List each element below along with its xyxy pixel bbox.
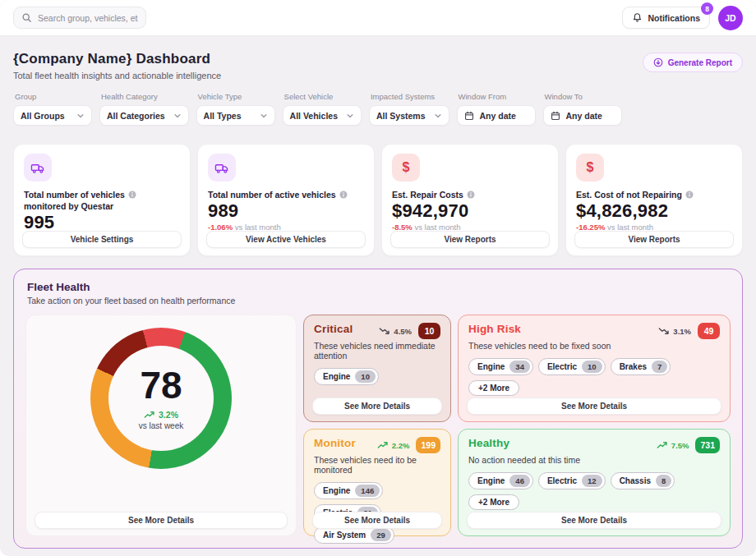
dollar-icon: $: [392, 154, 420, 182]
filter-select-impacted-systems[interactable]: All Systems: [369, 105, 449, 126]
system-chip-chassis: Chassis 8: [611, 472, 675, 489]
chevron-down-icon: [260, 112, 268, 120]
stat-card-4: $ Est. Cost of not Repairing $4,826,982 …: [565, 144, 743, 256]
chip-label: Engine: [477, 362, 505, 371]
chip-label: Engine: [323, 486, 350, 495]
fleet-health-section: Fleet Health Take action on your fleet b…: [13, 269, 743, 549]
more-chips-button[interactable]: +2 More: [468, 380, 519, 396]
system-chip-engine: Engine 146: [314, 482, 383, 499]
notifications-badge: 8: [701, 2, 713, 15]
system-chip-engine: Engine 10: [314, 368, 379, 385]
info-icon: [467, 190, 475, 198]
filter-select-vehicle-type[interactable]: All Types: [196, 105, 275, 126]
chip-count: 29: [371, 529, 391, 541]
filter-select-select-vehicle[interactable]: All Vehicles: [283, 105, 362, 126]
chip-label: Chassis: [620, 476, 651, 485]
health-card-trend: 3.1%: [658, 327, 691, 336]
health-card-count-badge: 10: [418, 323, 440, 339]
filter-health-category: Health Category All Categories: [99, 92, 189, 126]
filter-value: Any date: [566, 111, 602, 121]
chip-label: Air System: [323, 531, 366, 540]
filter-date-window-from[interactable]: Any date: [457, 105, 536, 126]
stat-card-2: Total number of active vehicles 989 -1.0…: [197, 144, 375, 256]
filter-label: Health Category: [101, 92, 189, 101]
system-chip-electric: Electric 10: [538, 358, 606, 375]
chip-label: Electric: [547, 476, 577, 485]
bell-icon: [632, 12, 643, 23]
chevron-down-icon: [346, 112, 354, 120]
stat-card-1: Total number of vehiclesmonitored by Que…: [13, 144, 191, 256]
stat-card-value: $942,970: [392, 201, 548, 221]
trend-up-icon: [377, 441, 389, 449]
health-score-caption: vs last week: [139, 421, 183, 430]
avatar[interactable]: JD: [718, 6, 743, 30]
filter-select-group[interactable]: All Groups: [13, 105, 92, 126]
health-card-title: Healthy: [468, 437, 509, 449]
health-score-gauge: 78 3.2% vs last week: [90, 328, 232, 469]
health-card-high-risk: High Risk 3.1% 49 These vehicles need to…: [458, 315, 731, 422]
generate-report-label: Generate Report: [668, 58, 732, 67]
page-title: {Company Name} Dashboard: [13, 51, 221, 67]
health-card-subtitle: No action needed at this time: [468, 455, 720, 465]
stat-cards-row: Total number of vehiclesmonitored by Que…: [13, 144, 743, 256]
search-input[interactable]: [38, 13, 138, 23]
more-chips-button[interactable]: +2 More: [468, 494, 519, 510]
trend-up-icon: [144, 411, 155, 419]
truck-icon: [208, 154, 236, 182]
chip-label: Engine: [477, 476, 505, 485]
generate-report-button[interactable]: Generate Report: [643, 53, 743, 72]
filter-select-vehicle: Select Vehicle All Vehicles: [283, 92, 362, 126]
filter-value: All Types: [204, 111, 242, 121]
chip-count: 12: [582, 475, 602, 487]
filter-impacted-systems: Impacted Systems All Systems: [369, 92, 449, 126]
info-icon: [685, 190, 694, 198]
health-card-count-badge: 49: [698, 323, 720, 339]
chip-count: 10: [582, 361, 602, 373]
health-card-chips: Engine 34 Electric 10 Brakes 7 +2 More: [468, 358, 720, 396]
stat-card-title: Total number of active vehicles: [208, 189, 364, 200]
notifications-button[interactable]: Notifications 8: [622, 7, 710, 29]
health-card-count-badge: 731: [695, 437, 720, 453]
chip-count: 34: [509, 361, 530, 373]
health-card-header: Monitor 2.2% 199: [314, 437, 440, 453]
filter-label: Window To: [545, 92, 622, 101]
stat-card-value: $4,826,982: [576, 201, 732, 221]
stat-card-button[interactable]: View Reports: [574, 231, 734, 248]
see-more-details-button[interactable]: See More Details: [312, 512, 442, 529]
system-chip-engine: Engine 46: [468, 472, 533, 489]
see-more-details-button[interactable]: See More Details: [467, 397, 721, 415]
filter-select-health-category[interactable]: All Categories: [99, 105, 189, 126]
dollar-icon: $: [576, 154, 604, 182]
see-more-details-button[interactable]: See More Details: [312, 397, 442, 415]
see-more-details-button[interactable]: See More Details: [467, 512, 721, 529]
system-chip-air-system: Air System 29: [314, 526, 394, 544]
page-subtitle: Total fleet health insights and actionab…: [13, 71, 221, 80]
health-card-trend: 4.5%: [379, 327, 412, 336]
filter-label: Window From: [459, 92, 536, 101]
stat-card-button[interactable]: View Active Vehicles: [206, 231, 366, 248]
filters-row: Group All Groups Health Category All Cat…: [13, 92, 743, 126]
fleet-health-subtitle: Take action on your fleet based on healt…: [27, 296, 731, 306]
stat-card-button[interactable]: View Reports: [390, 231, 550, 248]
fleet-health-title: Fleet Health: [27, 281, 731, 293]
health-card-subtitle: These vehicles need immediate attention: [314, 341, 440, 361]
chevron-down-icon: [173, 112, 182, 120]
stat-card-title: Est. Repair Costs: [392, 189, 548, 200]
health-card-healthy: Healthy 7.5% 731 No action needed at thi…: [458, 429, 731, 536]
chevron-down-icon: [434, 112, 442, 120]
trend-down-icon: [658, 327, 670, 335]
health-score-trend: 3.2%: [144, 410, 178, 420]
filter-date-window-to[interactable]: Any date: [543, 105, 622, 126]
see-more-details-button[interactable]: See More Details: [35, 512, 288, 529]
search-icon: [21, 12, 32, 23]
chip-label: Engine: [323, 372, 350, 381]
stat-card-3: $ Est. Repair Costs $942,970 -8.5% vs la…: [381, 144, 559, 256]
stat-card-button[interactable]: Vehicle Settings: [22, 231, 182, 248]
health-card-title: Critical: [314, 323, 353, 335]
system-chip-electric: Electric 12: [538, 472, 606, 489]
chip-label: +2 More: [478, 498, 509, 507]
filter-label: Impacted Systems: [371, 92, 449, 101]
trend-down-icon: [379, 327, 390, 335]
search-box[interactable]: [13, 7, 146, 29]
system-chip-engine: Engine 34: [468, 358, 533, 375]
